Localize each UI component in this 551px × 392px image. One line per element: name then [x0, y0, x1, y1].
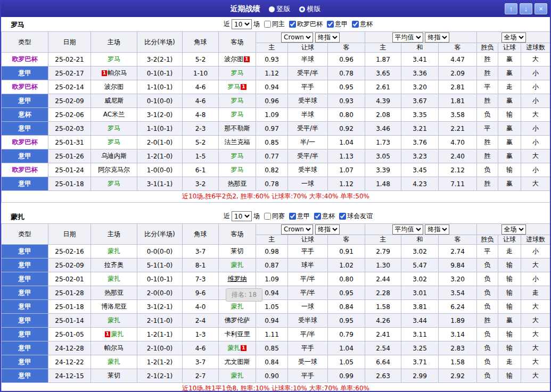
seriea-checkbox[interactable]: [327, 21, 334, 28]
team-link[interactable]: 蒙扎: [231, 261, 244, 269]
move-down-button[interactable]: ↓: [520, 3, 532, 14]
team-link[interactable]: 法兰克福: [225, 138, 250, 146]
team-link[interactable]: 罗马: [108, 124, 120, 132]
home-team-cell[interactable]: 蒙扎: [91, 272, 137, 286]
away-team-cell[interactable]: 热那亚: [219, 177, 256, 191]
away-team-cell[interactable]: 罗马1: [219, 80, 256, 94]
home-team-cell[interactable]: 蒙扎: [91, 355, 137, 369]
away-team-cell[interactable]: 罗马: [219, 149, 256, 163]
odds-time-select[interactable]: 终指: [315, 32, 340, 43]
team-link[interactable]: 罗马: [231, 97, 244, 104]
team-link[interactable]: 阿尔克马尔: [98, 166, 130, 173]
team-link[interactable]: 维罗纳: [228, 275, 247, 282]
team-link[interactable]: 蒙扎: [108, 247, 120, 255]
away-team-cell[interactable]: 罗马: [219, 163, 256, 177]
team-link[interactable]: 蒙扎: [227, 344, 240, 352]
league-filter-europa[interactable]: 欧罗巴杯: [289, 20, 323, 29]
team-link[interactable]: 乌迪内斯: [101, 152, 127, 160]
team-link[interactable]: 蒙扎: [111, 330, 124, 338]
team-link[interactable]: 蒙扎: [231, 303, 244, 310]
same-home-filter[interactable]: 同主: [264, 20, 285, 29]
team-link[interactable]: 佛罗伦萨: [225, 316, 250, 324]
team-link[interactable]: 罗马: [108, 138, 120, 146]
home-team-cell[interactable]: 拉齐奥: [91, 258, 137, 272]
team-link[interactable]: 波尔图: [224, 55, 243, 63]
team-link[interactable]: 博洛尼亚: [101, 303, 127, 310]
home-team-cell[interactable]: 博洛尼亚: [91, 300, 137, 314]
team-link[interactable]: 那不勒斯: [225, 124, 250, 132]
team-link[interactable]: 帕尔马: [104, 344, 124, 352]
team-link[interactable]: 波尔图: [104, 83, 124, 90]
same-home-checkbox[interactable]: [264, 21, 271, 28]
home-team-cell[interactable]: 热那亚: [91, 286, 137, 300]
team-link[interactable]: AC米兰: [103, 111, 125, 118]
scope-select[interactable]: 全场: [501, 32, 526, 43]
layout-vertical-radio[interactable]: 竖版: [269, 4, 291, 14]
team-link[interactable]: 莱切: [231, 247, 244, 255]
away-team-cell[interactable]: 法兰克福: [219, 136, 256, 149]
league-filter-seriea[interactable]: 意甲: [289, 212, 310, 221]
move-up-button[interactable]: ↑: [505, 3, 517, 14]
match-count-select[interactable]: 10: [232, 19, 252, 29]
team-link[interactable]: 罗马: [231, 111, 244, 118]
bookmaker-select[interactable]: Crown: [281, 224, 313, 235]
home-team-cell[interactable]: 1蒙扎: [91, 328, 137, 341]
home-team-cell[interactable]: 帕尔马: [91, 341, 137, 355]
same-league-checkbox[interactable]: [264, 213, 271, 220]
team-link[interactable]: 帕尔马: [108, 69, 127, 77]
away-team-cell[interactable]: 波尔图1: [219, 53, 256, 66]
league-filter-cup[interactable]: 意杯: [314, 212, 335, 221]
home-team-cell[interactable]: 乌迪内斯: [91, 149, 137, 163]
home-team-cell[interactable]: 罗马: [91, 53, 137, 66]
away-team-cell[interactable]: 蒙扎: [219, 300, 256, 314]
avg-time-select[interactable]: 终指: [425, 224, 449, 235]
match-count-select[interactable]: 10: [232, 211, 252, 221]
cup-checkbox[interactable]: [352, 21, 359, 28]
away-team-cell[interactable]: 佛罗伦萨: [219, 314, 256, 328]
away-team-cell[interactable]: 卡利亚里: [219, 328, 256, 341]
team-link[interactable]: 蒙扎: [108, 275, 120, 282]
team-link[interactable]: 罗马: [108, 180, 120, 187]
europa-checkbox[interactable]: [289, 21, 296, 28]
odds-time-select[interactable]: 终指: [315, 224, 340, 235]
avg-select[interactable]: 平均值: [392, 224, 423, 235]
team-link[interactable]: 热那亚: [228, 180, 247, 187]
team-link[interactable]: 拉齐奥: [104, 261, 124, 269]
home-team-cell[interactable]: 1帕尔马: [91, 66, 137, 80]
home-team-cell[interactable]: AC米兰: [91, 108, 137, 122]
home-team-cell[interactable]: 波尔图: [91, 80, 137, 94]
away-team-cell[interactable]: 罗马: [219, 108, 256, 122]
home-team-cell[interactable]: 罗马: [91, 136, 137, 149]
avg-time-select[interactable]: 终指: [425, 32, 449, 43]
league-filter-cup[interactable]: 意杯: [352, 20, 373, 29]
team-link[interactable]: 罗马: [108, 55, 120, 63]
away-team-cell[interactable]: 尤文图斯: [219, 355, 256, 369]
scope-select[interactable]: 全场: [501, 224, 526, 235]
home-team-cell[interactable]: 莱切: [91, 369, 137, 383]
friendly-checkbox[interactable]: [339, 213, 346, 220]
home-team-cell[interactable]: 罗马: [91, 122, 137, 136]
team-link[interactable]: 热那亚: [104, 289, 124, 296]
cup-checkbox[interactable]: [314, 213, 321, 220]
home-team-cell[interactable]: 罗马: [91, 177, 137, 191]
home-team-cell[interactable]: 蒙扎: [91, 245, 137, 258]
home-team-cell[interactable]: 阿尔克马尔: [91, 163, 137, 177]
home-team-cell[interactable]: 威尼斯: [91, 94, 137, 108]
team-link[interactable]: 尤文图斯: [225, 358, 250, 365]
league-filter-friendly[interactable]: 球会友谊: [339, 212, 373, 221]
away-team-cell[interactable]: 维罗纳: [219, 272, 256, 286]
team-link[interactable]: 卡利亚里: [225, 330, 250, 338]
league-filter-seriea[interactable]: 意甲: [327, 20, 348, 29]
team-link[interactable]: 罗马: [231, 166, 244, 173]
bookmaker-select[interactable]: Crown: [281, 32, 313, 43]
team-link[interactable]: 罗马: [227, 83, 240, 90]
team-link[interactable]: 莱切: [108, 372, 120, 379]
layout-horizontal-radio[interactable]: 横版: [299, 4, 321, 14]
team-link[interactable]: 蒙扎: [108, 316, 120, 324]
seriea-checkbox[interactable]: [289, 213, 296, 220]
team-link[interactable]: 罗马: [231, 152, 244, 160]
away-team-cell[interactable]: 莱切: [219, 245, 256, 258]
home-team-cell[interactable]: 蒙扎: [91, 314, 137, 328]
team-link[interactable]: 罗马: [231, 69, 244, 77]
avg-select[interactable]: 平均值: [392, 32, 423, 43]
